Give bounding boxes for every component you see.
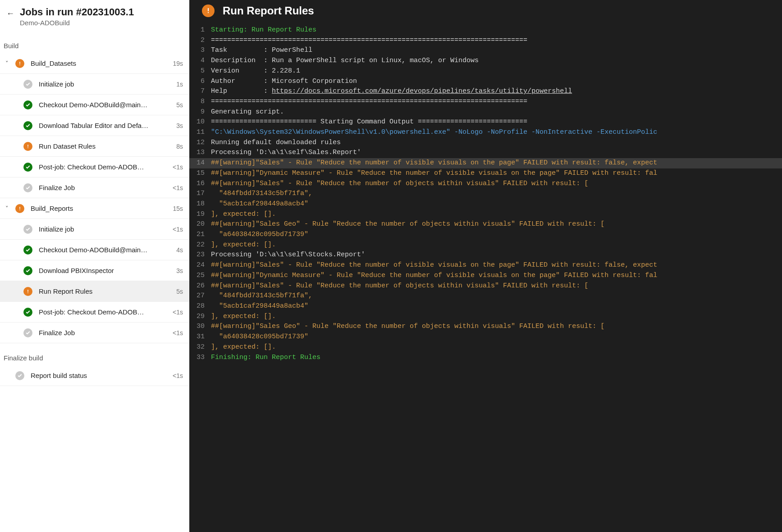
step-finalize-job[interactable]: Finalize Job <1s [0, 323, 189, 343]
log-line[interactable]: 21 "a64038428c095bd71739" [189, 230, 782, 240]
svg-rect-3 [27, 147, 28, 148]
log-line-number: 23 [189, 250, 211, 260]
step-download-tabular-editor[interactable]: Download Tabular Editor and Defa… 3s [0, 115, 189, 136]
svg-rect-0 [19, 62, 20, 64]
log-line[interactable]: 14##[warning]"Sales" - Rule "Reduce the … [189, 158, 782, 168]
log-line-number: 28 [189, 301, 211, 312]
step-duration: 5s [176, 101, 183, 109]
log-line[interactable]: 32], expected: []. [189, 342, 782, 353]
check-icon [23, 308, 32, 317]
log-line[interactable]: 6Author : Microsoft Corporation [189, 77, 782, 87]
check-icon [23, 246, 32, 255]
log-line[interactable]: 23Processing 'D:\a\1\self\Stocks.Report' [189, 250, 782, 260]
log-output[interactable]: 1Starting: Run Report Rules2============… [189, 25, 782, 532]
log-line-text: ], expected: []. [211, 209, 782, 220]
log-line[interactable]: 9Generating script. [189, 107, 782, 118]
log-line-number: 17 [189, 189, 211, 199]
step-duration: 8s [176, 143, 183, 150]
log-line-text: Processing 'D:\a\1\self\Sales.Report' [211, 148, 782, 158]
log-line-number: 13 [189, 148, 211, 158]
log-line-text: Finishing: Run Report Rules [211, 353, 782, 363]
log-title: Run Report Rules [223, 5, 314, 17]
log-line[interactable]: 17 "484fbdd73143c5bf71fa", [189, 189, 782, 199]
log-line[interactable]: 22], expected: []. [189, 240, 782, 250]
chevron-down-icon[interactable]: ˅ [3, 60, 11, 67]
step-label: Run Report Rules [39, 287, 176, 295]
log-line-number: 5 [189, 66, 211, 77]
step-run-report-rules[interactable]: Run Report Rules 5s [0, 281, 189, 302]
step-initialize-job[interactable]: Initialize job <1s [0, 219, 189, 240]
log-line-text: Version : 2.228.1 [211, 66, 782, 77]
log-line-text: "5acb1caf298449a8acb4" [211, 199, 782, 209]
log-line[interactable]: 7Help : https://docs.microsoft.com/azure… [189, 86, 782, 97]
step-duration: <1s [173, 164, 183, 171]
log-line[interactable]: 5Version : 2.228.1 [189, 66, 782, 77]
step-finalize-job[interactable]: Finalize Job <1s [0, 177, 189, 198]
check-icon [23, 100, 32, 109]
log-line[interactable]: 30##[warning]"Sales Geo" - Rule "Reduce … [189, 322, 782, 332]
step-duration: 3s [176, 122, 183, 129]
log-line[interactable]: 18 "5acb1caf298449a8acb4" [189, 199, 782, 209]
page-title: Jobs in run #20231003.1 [20, 6, 134, 18]
log-line-number: 25 [189, 271, 211, 281]
log-line-number: 21 [189, 230, 211, 240]
step-label: Finalize Job [39, 184, 173, 191]
step-checkout[interactable]: Checkout Demo-ADOBuild@main… 5s [0, 95, 189, 115]
step-report-build-status[interactable]: Report build status <1s [0, 365, 189, 386]
step-duration: <1s [173, 372, 183, 379]
log-line[interactable]: 19], expected: []. [189, 209, 782, 220]
step-duration: 3s [176, 267, 183, 274]
log-line-number: 3 [189, 45, 211, 56]
log-line-text: Generating script. [211, 107, 782, 118]
log-line[interactable]: 16##[warning]"Sales" - Rule "Reduce the … [189, 179, 782, 189]
svg-rect-8 [208, 8, 209, 11]
log-line-number: 8 [189, 97, 211, 107]
log-line[interactable]: 1Starting: Run Report Rules [189, 25, 782, 36]
log-line[interactable]: 15##[warning]"Dynamic Measure" - Rule "R… [189, 168, 782, 179]
log-line[interactable]: 28 "5acb1caf298449a8acb4" [189, 301, 782, 312]
warning-icon [23, 142, 32, 151]
log-line[interactable]: 27 "484fbdd73143c5bf71fa", [189, 291, 782, 301]
log-line[interactable]: 33Finishing: Run Report Rules [189, 353, 782, 363]
log-line-number: 16 [189, 179, 211, 189]
job-build-reports[interactable]: ˅ Build_Reports 15s [0, 198, 189, 219]
pipeline-name: Demo-ADOBuild [20, 19, 134, 27]
step-duration: 4s [176, 246, 183, 254]
log-line-number: 31 [189, 332, 211, 342]
log-line[interactable]: 3Task : PowerShell [189, 45, 782, 56]
log-line[interactable]: 10========================== Starting Co… [189, 117, 782, 127]
svg-rect-7 [27, 292, 28, 293]
log-line-number: 1 [189, 25, 211, 36]
step-initialize-job[interactable]: Initialize job 1s [0, 74, 189, 95]
log-line[interactable]: 29], expected: []. [189, 312, 782, 322]
back-icon[interactable]: ← [6, 9, 14, 18]
step-post-job-checkout[interactable]: Post-job: Checkout Demo-ADOB… <1s [0, 157, 189, 177]
log-line-text: Author : Microsoft Corporation [211, 77, 782, 87]
step-download-pbixinspector[interactable]: Download PBIXInspector 3s [0, 260, 189, 281]
log-line[interactable]: 25##[warning]"Dynamic Measure" - Rule "R… [189, 271, 782, 281]
log-line-text: ##[warning]"Sales" - Rule "Reduce the nu… [211, 158, 782, 168]
chevron-down-icon[interactable]: ˅ [3, 205, 11, 212]
log-line-number: 29 [189, 312, 211, 322]
step-run-dataset-rules[interactable]: Run Dataset Rules 8s [0, 136, 189, 157]
log-line[interactable]: 20##[warning]"Sales Geo" - Rule "Reduce … [189, 219, 782, 230]
check-icon [23, 328, 32, 337]
log-line-number: 2 [189, 36, 211, 46]
log-line-number: 24 [189, 260, 211, 271]
log-line-number: 4 [189, 56, 211, 66]
job-build-datasets[interactable]: ˅ Build_Datasets 19s [0, 53, 189, 74]
log-line[interactable]: 12Running default downloaded rules [189, 138, 782, 148]
log-line[interactable]: 8=======================================… [189, 97, 782, 107]
log-line-text: ##[warning]"Sales" - Rule "Reduce the nu… [211, 179, 782, 189]
job-label: Build_Datasets [31, 59, 173, 67]
step-post-job-checkout[interactable]: Post-job: Checkout Demo-ADOB… <1s [0, 302, 189, 323]
log-line[interactable]: 26##[warning]"Sales" - Rule "Reduce the … [189, 281, 782, 291]
log-line[interactable]: 4Description : Run a PowerShell script o… [189, 56, 782, 66]
svg-rect-5 [19, 209, 20, 210]
step-checkout[interactable]: Checkout Demo-ADOBuild@main… 4s [0, 240, 189, 260]
log-line[interactable]: 13Processing 'D:\a\1\self\Sales.Report' [189, 148, 782, 158]
log-line[interactable]: 31 "a64038428c095bd71739" [189, 332, 782, 342]
log-line[interactable]: 11"C:\Windows\System32\WindowsPowerShell… [189, 127, 782, 138]
log-line[interactable]: 2=======================================… [189, 36, 782, 46]
log-line[interactable]: 24##[warning]"Sales" - Rule "Reduce the … [189, 260, 782, 271]
